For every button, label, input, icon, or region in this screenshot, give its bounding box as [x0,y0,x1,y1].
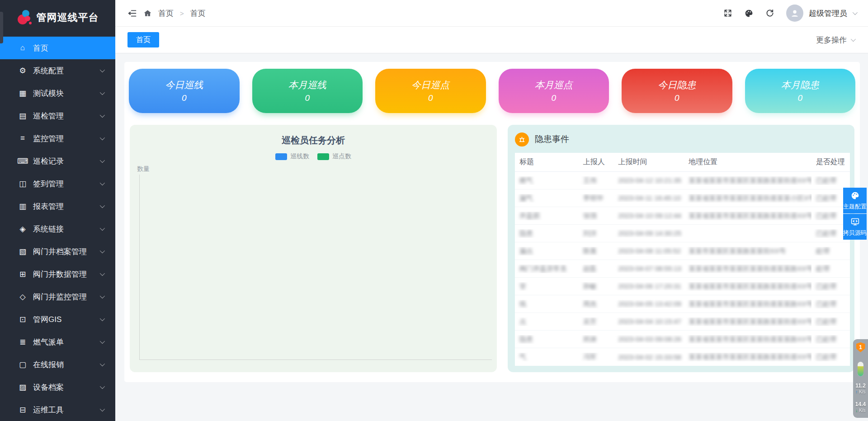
table-row[interactable]: 燃气王伟2023-04-12 10:21:35某某省某某市某某区某某路某某街道X… [515,172,850,189]
sidebar-scrollbar[interactable] [0,12,3,43]
stat-value: 0 [797,93,802,103]
sidebar-collapse-icon[interactable] [127,9,137,18]
more-actions-label: 更多操作 [816,35,847,45]
table-row[interactable]: 漏点陈晨2023-04-08 11:05:52某某市某某区某某路某某街XX号处理 [515,242,850,260]
palette-icon[interactable] [744,9,754,18]
sidebar-item-管网GIS[interactable]: ⊡管网GIS [0,308,115,331]
table-cell: 已处理 [811,317,850,326]
table-cell-text: 点 [519,317,526,325]
sidebar-item-巡检管理[interactable]: ▤巡检管理 [0,104,115,127]
chevron-down-icon [100,203,105,208]
device-file-icon: ▨ [17,383,28,392]
sidebar-item-巡检记录[interactable]: ⌨巡检记录 [0,150,115,172]
home-icon: ⌂ [17,43,28,52]
sidebar-item-首页[interactable]: ⌂首页 [0,37,115,59]
table-cell: 管 [515,282,579,291]
table-cell-text: 李明华 [583,194,604,202]
user-menu[interactable]: 超级管理员 [786,5,856,22]
table-cell-text: 2023-04-04 10:15:47 [618,317,681,325]
table-row[interactable]: 漏气李明华2023-04-11 16:45:10某某省某某市某某区某某街道某某小… [515,189,850,207]
sidebar-item-label: 系统配置 [33,66,96,76]
sidebar-item-阀门井档案管理[interactable]: ▧阀门井档案管理 [0,240,115,263]
arrow-up-icon: ↑ [855,389,858,394]
stat-label: 本月隐患 [781,79,819,91]
table-cell-text: 周杰 [583,300,597,307]
table-cell-text: 某某省某某市某某区某某街道某某小区X号 [689,194,811,202]
copy-source-button[interactable]: 拷贝源码 [843,214,867,240]
table-body: 燃气王伟2023-04-12 10:21:35某某省某某市某某区某某路某某街道X… [515,172,850,366]
sidebar-item-label: 管网GIS [33,314,96,325]
chevron-down-icon [100,407,105,412]
sidebar-item-阀门井监控管理[interactable]: ◇阀门井监控管理 [0,285,115,308]
sidebar-item-label: 阀门井数据管理 [33,269,96,279]
sidebar-item-label: 签到管理 [33,179,96,189]
table-cell-text: 2023-04-11 16:45:10 [618,194,681,202]
table-cell-text: 漏气 [519,194,533,202]
sidebar-item-label: 阀门井档案管理 [33,246,96,257]
table-cell-text: 赵磊 [583,265,597,272]
table-row[interactable]: 气冯军2023-04-02 15:33:58某某省某某市某某区某某路某某街道XX… [515,348,850,366]
table-row[interactable]: 隐患郑涛2023-04-03 09:08:26某某省某某市某某区某某街道某某路X… [515,331,850,348]
chevron-down-icon [100,113,105,118]
table-cell-text: 某某省某某市某某区某某街道某某路XX号 [689,335,811,343]
tab-home[interactable]: 首页 [127,32,159,47]
sidebar-item-运维工具[interactable]: ⊟运维工具 [0,398,115,421]
net-speed-widget[interactable]: 1 11.2 ↑ K/s 14.4 ↓ K/s [853,339,868,418]
hazard-events-table: 标题上报人上报时间地理位置是否处理 燃气王伟2023-04-12 10:21:3… [515,153,850,366]
table-cell: 某某省某某市某某区某某街道某某路XX号 [684,300,811,308]
sidebar-item-燃气派单[interactable]: ≣燃气派单 [0,331,115,353]
table-row[interactable]: 阀门井盖异常丢赵磊2023-04-07 08:55:13某某省某某市某某区某某街… [515,260,850,278]
table-cell: 2023-04-02 15:33:58 [614,353,684,361]
chevron-down-icon [100,158,105,163]
sidebar-item-系统配置[interactable]: ⚙系统配置 [0,59,115,82]
table-header: 标题上报人上报时间地理位置是否处理 [515,153,850,172]
badge-count: 1 [859,344,862,350]
table-cell-text: 2023-04-06 17:20:31 [618,282,681,290]
table-row[interactable]: 线周杰2023-04-05 13:42:09某某省某某市某某区某某街道某某路XX… [515,295,850,313]
table-row[interactable]: 点吴芳2023-04-04 10:15:47某某省某某市某某区某某路某某街道XX… [515,313,850,331]
legend-item-巡点数[interactable]: 巡点数 [317,152,351,161]
table-cell-text: 燃气 [519,176,533,184]
table-cell-text: 2023-04-02 15:33:58 [618,353,681,361]
stat-card-今日巡线: 今日巡线0 [129,69,240,113]
more-actions-dropdown[interactable]: 更多操作 [816,35,854,45]
table-cell: 2023-04-07 08:55:13 [614,265,684,273]
sidebar-item-设备档案[interactable]: ▨设备档案 [0,376,115,398]
sidebar-item-系统链接[interactable]: ◈系统链接 [0,218,115,240]
theme-config-button[interactable]: 主题配置 [843,188,867,213]
stats-row: 今日巡线0本月巡线0今日巡点0本月巡点0今日隐患0本月隐患0 [129,69,855,113]
stat-value: 0 [305,93,310,103]
sidebar-item-阀门井数据管理[interactable]: ⊞阀门井数据管理 [0,263,115,285]
main-column: 首页 > 首页 超级管理员 [115,0,868,421]
table-cell-text: 已处理 [816,176,836,184]
refresh-icon[interactable] [765,9,774,18]
sidebar-item-监控管理[interactable]: ≡监控管理 [0,127,115,150]
logo-icon [17,10,32,25]
legend-item-巡线数[interactable]: 巡线数 [275,152,309,161]
table-cell-text: 已处理 [816,335,836,343]
sidebar-item-报表管理[interactable]: ▥报表管理 [0,195,115,218]
table-cell-text: 漏点 [519,247,533,255]
table-header-cell: 上报时间 [614,157,684,167]
table-header-cell: 上报人 [579,157,614,167]
breadcrumb-separator: > [180,9,184,17]
table-row[interactable]: 隐患刘洋2023-04-09 14:30:25已处理 [515,225,850,242]
table-cell-text: 已处理 [816,300,836,307]
table-cell-text: 2023-04-03 09:08:26 [618,335,681,343]
download-speed: 14.4 ↓ K/s [855,402,866,413]
table-cell: 处理 [811,247,850,255]
sidebar-item-签到管理[interactable]: ◫签到管理 [0,172,115,195]
table-cell: 2023-04-11 16:45:10 [614,194,684,202]
table-cell: 处理 [811,265,850,273]
table-row[interactable]: 井盖损张强2023-04-10 09:12:44某某省某某市某某区某某路某某街道… [515,207,850,225]
table-cell-text: 某某市某某区某某路某某街XX号 [689,247,786,255]
copy-source-label: 拷贝源码 [843,229,867,237]
home-icon[interactable] [143,9,152,18]
table-cell-text: 处理 [816,247,830,255]
sidebar-item-在线报销[interactable]: ▢在线报销 [0,353,115,376]
table-cell: 某某省某某市某某区某某路某某街道XX号 [684,212,811,220]
fullscreen-icon[interactable] [723,9,732,18]
table-row[interactable]: 管孙敏2023-04-06 17:20:31某某省某某市某某区某某路某某街道XX… [515,278,850,295]
sidebar-item-测试模块[interactable]: ▦测试模块 [0,82,115,104]
breadcrumb-root[interactable]: 首页 [158,8,174,19]
